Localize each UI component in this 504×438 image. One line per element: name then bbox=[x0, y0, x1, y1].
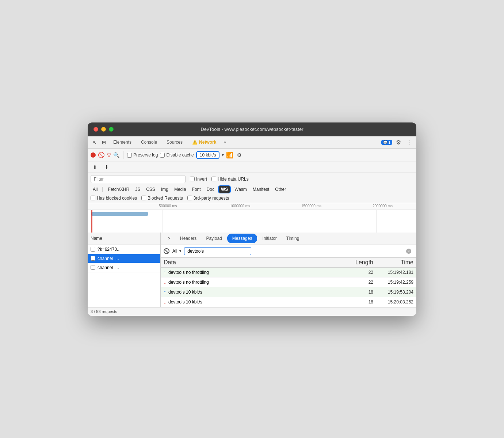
settings-icon[interactable]: ⚙ bbox=[394, 138, 402, 147]
arrow-down-icon-2: ↓ bbox=[164, 279, 166, 285]
message-row-3[interactable]: ↑ devtools 10 kbit/s 18 15:19:58.204 bbox=[161, 287, 416, 297]
grid-line-2 bbox=[234, 210, 234, 233]
ws-tab-initiator[interactable]: Initiator bbox=[258, 234, 281, 242]
request-checkbox-3[interactable] bbox=[91, 265, 95, 270]
grid-line-3 bbox=[305, 210, 305, 233]
request-name-1: ?k=62470... bbox=[98, 247, 121, 252]
request-row-1[interactable]: ?k=62470... bbox=[88, 245, 160, 254]
msg-header-data: Data bbox=[164, 259, 348, 266]
status-bar: 3 / 58 requests bbox=[88, 307, 416, 316]
filter-fetch-xhr[interactable]: Fetch/XHR bbox=[106, 186, 132, 193]
filter-img[interactable]: Img bbox=[159, 186, 171, 193]
disable-cache-input[interactable] bbox=[160, 153, 165, 158]
cursor-tool-btn[interactable]: ↖ bbox=[91, 138, 99, 147]
request-row-3[interactable]: channel_... bbox=[88, 263, 160, 272]
filter-font[interactable]: Font bbox=[190, 186, 203, 193]
filter-other[interactable]: Other bbox=[273, 186, 288, 193]
blocked-requests-input[interactable] bbox=[141, 196, 146, 200]
tab-elements[interactable]: Elements bbox=[109, 138, 136, 146]
search-icon[interactable]: 🔍 bbox=[113, 152, 119, 158]
ws-search-clear-btn[interactable]: ✕ bbox=[406, 249, 411, 254]
request-row-2[interactable]: channel_... bbox=[88, 254, 160, 263]
preserve-log-input[interactable] bbox=[127, 153, 132, 158]
upload-icon[interactable]: ⬆ bbox=[91, 163, 99, 171]
tab-network[interactable]: ⚠️ Network bbox=[188, 138, 221, 146]
filter-manifest[interactable]: Manifest bbox=[251, 186, 271, 193]
arrow-up-icon-1: ↑ bbox=[164, 269, 166, 275]
close-button[interactable] bbox=[93, 127, 98, 132]
ws-tab-headers[interactable]: Headers bbox=[176, 234, 201, 242]
blocked-cookies-input[interactable] bbox=[91, 196, 95, 200]
filter-css[interactable]: CSS bbox=[144, 186, 157, 193]
message-row-1[interactable]: ↑ devtools no throttling 22 15:19:42.181 bbox=[161, 268, 416, 277]
devtools-window: DevTools - www.piesocket.com/websocket-t… bbox=[88, 122, 416, 316]
invert-checkbox[interactable]: Invert bbox=[190, 177, 207, 182]
msg-data-1: devtools no throttling bbox=[168, 270, 348, 275]
device-toggle-btn[interactable]: ⊞ bbox=[100, 138, 108, 147]
filter-media[interactable]: Media bbox=[172, 186, 188, 193]
network-settings-icon[interactable]: ⚙ bbox=[236, 151, 243, 159]
content-area: Name ?k=62470... channel_... channel_...… bbox=[88, 233, 416, 307]
minimize-button[interactable] bbox=[101, 127, 106, 132]
filter-doc[interactable]: Doc bbox=[205, 186, 217, 193]
request-checkbox-2[interactable] bbox=[91, 256, 95, 261]
hide-data-urls-input[interactable] bbox=[211, 177, 216, 181]
network-warning-icon: ⚠️ bbox=[192, 140, 198, 145]
upload-download-bar: ⬆ ⬇ bbox=[88, 162, 416, 173]
msg-data-4: devtools 10 kbit/s bbox=[168, 299, 348, 305]
hide-data-urls-checkbox[interactable]: Hide data URLs bbox=[211, 177, 249, 182]
titlebar: DevTools - www.piesocket.com/websocket-t… bbox=[88, 122, 416, 136]
clear-button[interactable]: 🚫 bbox=[98, 152, 105, 158]
download-icon[interactable]: ⬇ bbox=[102, 163, 111, 171]
third-party-input[interactable] bbox=[187, 196, 192, 200]
throttle-dropdown-arrow[interactable]: ▾ bbox=[222, 152, 224, 158]
ws-close-tab[interactable]: × bbox=[164, 234, 175, 242]
arrow-down-icon-4: ↓ bbox=[164, 299, 166, 305]
notification-badge[interactable]: 💬 1 bbox=[381, 140, 392, 145]
messages-table-header: Data Length Time bbox=[161, 258, 416, 268]
filter-ws[interactable]: WS bbox=[218, 185, 231, 193]
request-checkbox-1[interactable] bbox=[91, 247, 95, 252]
more-tabs-btn[interactable]: » bbox=[221, 138, 228, 146]
wifi-icon: 📶 bbox=[226, 152, 233, 159]
request-count: 3 / 58 requests bbox=[91, 309, 117, 314]
window-title: DevTools - www.piesocket.com/websocket-t… bbox=[201, 127, 303, 132]
tab-console[interactable]: Console bbox=[137, 138, 161, 146]
preserve-log-checkbox[interactable]: Preserve log bbox=[127, 152, 158, 158]
filter-wasm[interactable]: Wasm bbox=[232, 186, 249, 193]
msg-len-3: 18 bbox=[348, 290, 373, 295]
ws-detail-panel: × Headers Payload Messages Initiator Tim… bbox=[161, 233, 416, 307]
ws-filter-dropdown[interactable]: All ▾ bbox=[164, 248, 181, 254]
ws-filter-bar: All ▾ ✕ bbox=[161, 245, 416, 258]
ws-tab-payload[interactable]: Payload bbox=[202, 234, 226, 242]
filter-row2: Has blocked cookies Blocked Requests 3rd… bbox=[91, 196, 413, 201]
throttle-button[interactable]: 10 kbit/s bbox=[196, 151, 220, 159]
blocked-requests-checkbox[interactable]: Blocked Requests bbox=[141, 196, 183, 201]
filter-input[interactable] bbox=[91, 175, 186, 183]
message-row-2[interactable]: ↓ devtools no throttling 22 15:19:42.259 bbox=[161, 277, 416, 287]
more-options-icon[interactable]: ⋮ bbox=[405, 138, 413, 147]
maximize-button[interactable] bbox=[109, 127, 114, 132]
disable-cache-checkbox[interactable]: Disable cache bbox=[160, 152, 194, 158]
record-button[interactable] bbox=[91, 152, 96, 158]
filter-js[interactable]: JS bbox=[133, 186, 142, 193]
ws-tab-messages[interactable]: Messages bbox=[227, 234, 257, 243]
msg-header-length: Length bbox=[348, 259, 373, 266]
ws-tab-timing[interactable]: Timing bbox=[282, 234, 304, 242]
ws-tabs: × Headers Payload Messages Initiator Tim… bbox=[161, 233, 416, 245]
timeline-mark-2: 1000000 ms bbox=[230, 204, 250, 208]
message-row-4[interactable]: ↓ devtools 10 kbit/s 18 15:20:03.252 bbox=[161, 297, 416, 307]
tab-sources[interactable]: Sources bbox=[162, 138, 187, 146]
filter-icon[interactable]: ▽ bbox=[107, 152, 111, 158]
filter-all[interactable]: All bbox=[91, 186, 100, 193]
msg-data-3: devtools 10 kbit/s bbox=[168, 290, 348, 295]
ws-search-input[interactable] bbox=[184, 247, 251, 255]
timeline-ruler: 500000 ms 1000000 ms 1500000 ms 2000000 … bbox=[88, 203, 416, 210]
msg-time-3: 15:19:58.204 bbox=[373, 290, 413, 295]
blocked-cookies-checkbox[interactable]: Has blocked cookies bbox=[91, 196, 137, 201]
msg-len-4: 18 bbox=[348, 299, 373, 305]
timeline-bar[interactable] bbox=[91, 212, 148, 216]
requests-panel: Name ?k=62470... channel_... channel_... bbox=[88, 233, 161, 307]
invert-input[interactable] bbox=[190, 177, 195, 181]
third-party-checkbox[interactable]: 3rd-party requests bbox=[187, 196, 229, 201]
